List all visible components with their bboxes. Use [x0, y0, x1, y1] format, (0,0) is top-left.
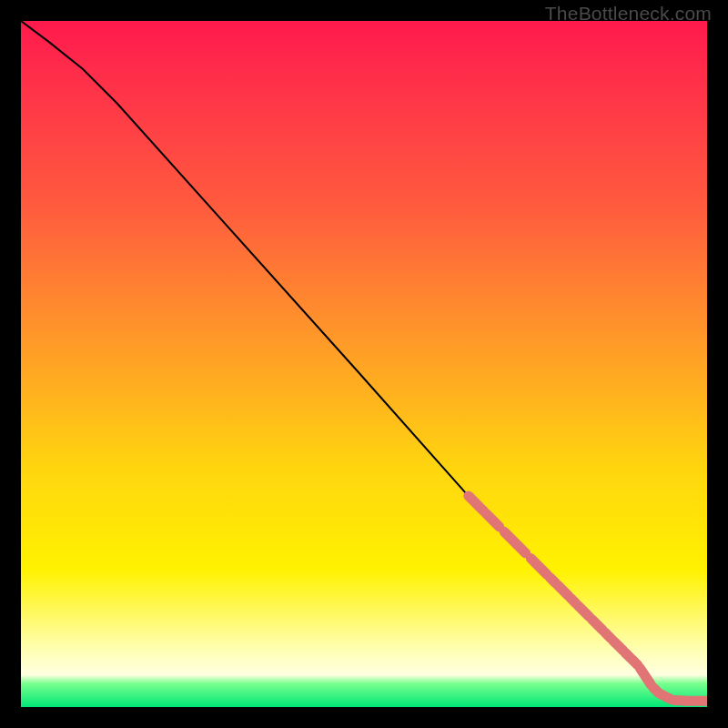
marker-group [469, 496, 707, 706]
marker-dot [703, 696, 708, 706]
marker-bead [486, 513, 500, 527]
curve-svg [21, 21, 707, 707]
marker-dot [682, 696, 692, 706]
chart-stage: TheBottleneck.com [0, 0, 728, 728]
marker-bead [625, 653, 631, 659]
marker-bead [640, 668, 651, 684]
curve-path [21, 21, 707, 701]
marker-bead [612, 640, 623, 651]
marker-bead [661, 694, 672, 700]
plot-area [21, 21, 707, 707]
marker-bead [578, 606, 589, 617]
marker-bead [674, 701, 685, 702]
marker-bead [481, 509, 484, 511]
marker-bead [592, 620, 603, 631]
marker-bead [504, 531, 526, 553]
marker-bead [469, 496, 480, 507]
marker-bead [571, 598, 576, 603]
marker-bead [531, 559, 547, 575]
marker-bead [632, 660, 638, 665]
marker-bead [605, 632, 611, 638]
marker-bead [558, 585, 569, 596]
marker-bead [653, 687, 659, 693]
marker-bead [550, 578, 555, 583]
